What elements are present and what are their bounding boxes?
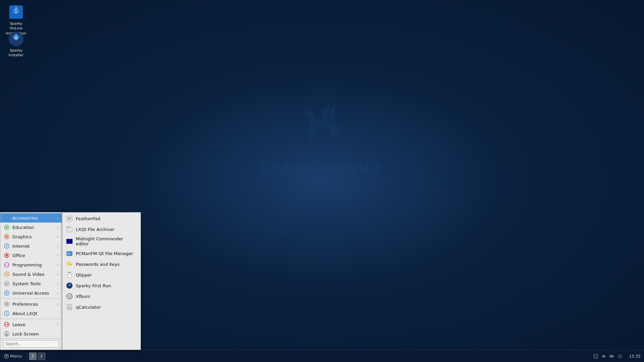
office-icon — [4, 252, 10, 258]
menu-separator-1 — [0, 298, 62, 299]
menu-search-area — [0, 339, 62, 349]
system-tray — [590, 353, 626, 359]
internet-label: Internet — [12, 244, 54, 249]
menu-item-preferences[interactable]: Preferences › — [0, 299, 62, 309]
svg-rect-57 — [68, 308, 69, 309]
svg-point-17 — [6, 303, 8, 305]
sound-video-arrow: › — [57, 273, 58, 276]
pcmanfm-label: PCManFM-Qt File Manager — [76, 251, 137, 256]
pcmanfm-icon — [66, 250, 73, 257]
menu-button-label: Menu — [10, 354, 22, 359]
qlipper-label: Qlipper — [76, 273, 137, 278]
sparky-first-run-icon — [66, 282, 73, 289]
application-menu: Accessories › Education › Graphics › — [0, 212, 141, 350]
sparky-first-run-label: Sparky First Run — [76, 283, 137, 288]
leave-arrow: › — [57, 323, 58, 326]
menu-item-system-tools[interactable]: System Tools › — [0, 279, 62, 288]
menu-item-universal-access[interactable]: Universal Access › — [0, 288, 62, 298]
taskbar: Menu 1 2 — [0, 350, 644, 362]
programming-label: Programming — [12, 262, 54, 267]
network-tray-icon[interactable] — [593, 353, 599, 359]
svg-text:S: S — [15, 6, 17, 9]
education-label: Education — [12, 225, 54, 230]
workspace-2-button[interactable]: 2 — [38, 353, 45, 360]
submenu-item-midnight-commander[interactable]: Midnight Commander editor — [62, 235, 141, 248]
menu-item-programming[interactable]: Programming › — [0, 260, 62, 269]
menu-button[interactable]: Menu — [0, 350, 26, 362]
xfburn-icon — [66, 293, 73, 300]
education-arrow: › — [57, 226, 58, 229]
menu-item-sound-video[interactable]: Sound & Video › — [0, 269, 62, 279]
sound-video-label: Sound & Video — [12, 272, 54, 277]
graphics-label: Graphics — [12, 234, 54, 239]
qcalculator-icon — [66, 303, 73, 311]
svg-point-6 — [6, 226, 8, 228]
leave-label: Leave — [12, 322, 54, 327]
svg-rect-8 — [6, 236, 8, 238]
internet-icon — [4, 243, 10, 249]
svg-text:i: i — [6, 312, 7, 315]
svg-rect-53 — [68, 305, 71, 306]
menu-item-education[interactable]: Education › — [0, 223, 62, 232]
submenu-item-sparky-first-run[interactable]: Sparky First Run — [62, 280, 141, 291]
submenu-item-qcalculator[interactable]: qCalculator — [62, 302, 141, 312]
office-arrow: › — [57, 254, 58, 257]
svg-rect-36 — [67, 253, 68, 254]
submenu-item-qlipper[interactable]: Qlipper — [62, 269, 141, 280]
office-label: Office — [12, 253, 54, 258]
menu-item-accessories[interactable]: Accessories › — [0, 213, 62, 223]
submenu-item-featherpad[interactable]: FeatherPad — [62, 213, 141, 224]
menu-item-about-lxqt[interactable]: i About LXQt — [0, 309, 62, 318]
search-input[interactable] — [3, 340, 59, 348]
svg-rect-33 — [69, 239, 72, 244]
midnight-commander-icon — [66, 238, 73, 245]
svg-rect-65 — [610, 356, 613, 357]
universal-access-label: Universal Access — [12, 291, 54, 296]
featherpad-label: FeatherPad — [76, 216, 137, 221]
svg-point-18 — [4, 302, 9, 306]
submenu-item-xfburn[interactable]: Xfburn — [62, 291, 141, 302]
desktop-icon-installer[interactable]: SparkyInstaller — [3, 29, 30, 59]
menu-item-graphics[interactable]: Graphics › — [0, 232, 62, 241]
universal-access-icon — [4, 290, 10, 296]
svg-rect-37 — [69, 253, 70, 254]
xfburn-label: Xfburn — [76, 294, 137, 299]
about-lxqt-label: About LXQt — [12, 311, 58, 316]
passwords-keys-label: Passwords and Keys — [76, 262, 137, 267]
svg-rect-55 — [69, 307, 70, 308]
system-tools-arrow: › — [57, 282, 58, 286]
svg-point-66 — [619, 355, 621, 357]
lock-screen-icon — [4, 331, 10, 337]
desktop-logo: SPARKYLINUX — [260, 90, 384, 175]
logo-text: SPARKYLINUX — [260, 161, 384, 175]
menu-item-lock-screen[interactable]: Lock Screen — [0, 329, 62, 339]
battery-tray-icon[interactable] — [609, 353, 615, 359]
desktop: SPARKYLINUX ① S Sparky OnLineInstallatio… — [0, 0, 644, 362]
svg-rect-59 — [70, 308, 71, 309]
menu-button-icon — [4, 354, 9, 359]
menu-item-office[interactable]: Office › — [0, 251, 62, 260]
accessories-arrow: › — [57, 216, 58, 220]
workspace-1-button[interactable]: 1 — [29, 353, 37, 360]
lock-screen-label: Lock Screen — [12, 331, 58, 337]
accessories-submenu: FeatherPad LXQt File Archiver — [62, 212, 141, 350]
submenu-item-passwords-keys[interactable]: Passwords and Keys — [62, 259, 141, 269]
preferences-icon — [4, 301, 10, 307]
passwords-keys-icon — [66, 260, 73, 268]
main-menu: Accessories › Education › Graphics › — [0, 212, 62, 350]
programming-icon — [4, 262, 10, 268]
submenu-item-pcmanfm[interactable]: PCManFM-Qt File Manager — [62, 248, 141, 259]
svg-point-39 — [68, 263, 69, 264]
menu-separator-2 — [0, 319, 62, 319]
submenu-item-lxqt-file-archiver[interactable]: LXQt File Archiver — [62, 224, 141, 235]
menu-item-leave[interactable]: Leave › — [0, 320, 62, 329]
accessories-label: Accessories — [12, 216, 54, 221]
qcalculator-label: qCalculator — [76, 305, 137, 310]
clock: 15:35 — [626, 354, 644, 359]
volume-tray-icon[interactable] — [601, 353, 607, 359]
svg-rect-58 — [69, 308, 70, 309]
programming-arrow: › — [57, 263, 58, 267]
menu-item-internet[interactable]: Internet › — [0, 241, 62, 251]
settings-tray-icon[interactable] — [617, 353, 623, 359]
svg-rect-32 — [66, 239, 69, 244]
